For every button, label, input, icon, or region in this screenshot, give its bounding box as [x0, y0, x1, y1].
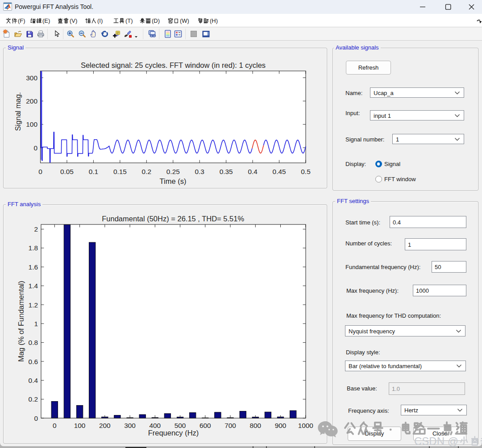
- svg-text:1.6: 1.6: [29, 263, 38, 271]
- svg-text:1.4: 1.4: [29, 282, 38, 290]
- svg-text:500: 500: [175, 422, 186, 429]
- svg-text:0.4: 0.4: [29, 377, 38, 384]
- svg-text:0.2: 0.2: [142, 168, 151, 175]
- svg-text:200: 200: [26, 97, 37, 105]
- svg-text:800: 800: [249, 422, 261, 429]
- svg-text:0.2: 0.2: [29, 395, 38, 403]
- svg-text:0.45: 0.45: [273, 168, 286, 175]
- svg-text:0.35: 0.35: [220, 168, 233, 175]
- svg-text:400: 400: [149, 422, 161, 429]
- svg-text:0: 0: [53, 422, 57, 429]
- svg-text:Time (s): Time (s): [160, 177, 187, 185]
- svg-text:0.25: 0.25: [166, 168, 180, 175]
- svg-text:0.1: 0.1: [89, 168, 98, 175]
- svg-text:0.05: 0.05: [60, 168, 74, 175]
- svg-text:0.6: 0.6: [29, 358, 38, 365]
- svg-text:Fundamental (50Hz) = 26.15 , T: Fundamental (50Hz) = 26.15 , THD= 5.51%: [102, 215, 244, 223]
- svg-text:Mag (% of Fundamental): Mag (% of Fundamental): [17, 281, 25, 362]
- svg-text:0: 0: [33, 144, 37, 152]
- svg-text:1: 1: [34, 320, 38, 328]
- svg-text:300: 300: [26, 74, 37, 82]
- svg-text:200: 200: [99, 422, 111, 429]
- svg-text:2: 2: [34, 225, 38, 233]
- svg-text:700: 700: [224, 422, 236, 429]
- svg-text:300: 300: [124, 422, 136, 429]
- svg-text:0.5: 0.5: [301, 168, 310, 175]
- svg-text:600: 600: [199, 422, 211, 429]
- svg-text:900: 900: [275, 422, 287, 429]
- svg-text:1.8: 1.8: [29, 244, 38, 252]
- svg-text:Signal mag.: Signal mag.: [14, 92, 22, 131]
- svg-text:0.3: 0.3: [195, 168, 204, 175]
- svg-text:Frequency (Hz): Frequency (Hz): [148, 429, 199, 437]
- svg-text:0: 0: [38, 168, 42, 175]
- svg-text:0.8: 0.8: [29, 339, 38, 346]
- svg-text:100: 100: [74, 422, 86, 429]
- svg-text:1000: 1000: [298, 422, 313, 429]
- svg-text:0.15: 0.15: [113, 168, 127, 175]
- svg-text:0: 0: [34, 415, 38, 422]
- svg-text:1.2: 1.2: [29, 301, 38, 309]
- svg-text:0.4: 0.4: [248, 168, 258, 175]
- svg-text:Selected signal: 25 cycles. FF: Selected signal: 25 cycles. FFT window (…: [81, 61, 266, 69]
- svg-text:100: 100: [26, 120, 37, 128]
